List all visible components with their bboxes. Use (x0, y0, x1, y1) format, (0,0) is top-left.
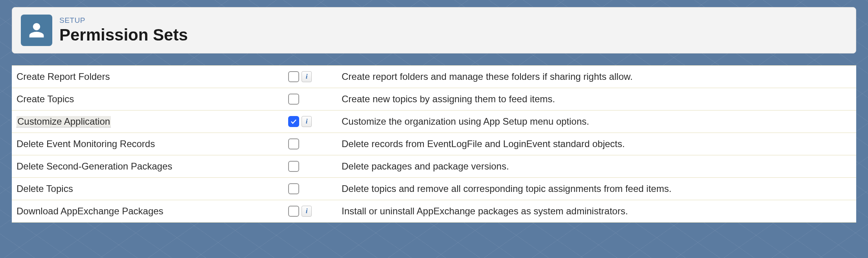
permission-row: Download AppExchange PackagesiInstall or… (12, 200, 856, 223)
setup-header: SETUP Permission Sets (12, 7, 856, 53)
permission-name: Delete Topics (12, 183, 288, 194)
info-icon[interactable]: i (302, 71, 312, 82)
permission-controls: i (288, 206, 324, 217)
permission-checkbox[interactable] (288, 94, 299, 105)
info-icon[interactable]: i (302, 206, 312, 217)
permission-name: Delete Event Monitoring Records (12, 138, 288, 149)
page-title: Permission Sets (59, 26, 188, 44)
permission-name: Customize Application (12, 116, 288, 127)
permission-description: Create report folders and manage these f… (324, 71, 856, 82)
permission-description: Delete topics and remove all correspondi… (324, 183, 856, 194)
permission-row: Delete Event Monitoring RecordsDelete re… (12, 133, 856, 155)
permission-controls: i (288, 71, 324, 82)
header-text: SETUP Permission Sets (59, 16, 188, 44)
permission-row: Create Report FoldersiCreate report fold… (12, 66, 856, 88)
permission-controls (288, 183, 324, 194)
permission-row: Customize ApplicationiCustomize the orga… (12, 111, 856, 133)
permission-name: Create Topics (12, 94, 288, 105)
permission-checkbox[interactable] (288, 183, 299, 194)
permission-row: Delete Second-Generation PackagesDelete … (12, 155, 856, 178)
permission-name: Delete Second-Generation Packages (12, 161, 288, 172)
permission-name: Create Report Folders (12, 71, 288, 82)
permission-checkbox[interactable] (288, 206, 299, 217)
permission-description: Install or uninstall AppExchange package… (324, 206, 856, 217)
permission-description: Customize the organization using App Set… (324, 116, 856, 127)
permission-name: Download AppExchange Packages (12, 206, 288, 217)
permission-controls: i (288, 116, 324, 127)
permission-controls (288, 161, 324, 172)
permission-row: Delete TopicsDelete topics and remove al… (12, 178, 856, 200)
permission-controls (288, 138, 324, 149)
permission-checkbox[interactable] (288, 116, 299, 127)
permission-controls (288, 94, 324, 105)
setup-label: SETUP (59, 16, 188, 25)
permission-description: Create new topics by assigning them to f… (324, 94, 856, 105)
permission-description: Delete packages and package versions. (324, 161, 856, 172)
permission-description: Delete records from EventLogFile and Log… (324, 138, 856, 149)
permission-checkbox[interactable] (288, 161, 299, 172)
info-icon[interactable]: i (302, 116, 312, 127)
permissions-table: Create Report FoldersiCreate report fold… (12, 65, 856, 223)
person-icon (21, 15, 52, 46)
permission-row: Create TopicsCreate new topics by assign… (12, 88, 856, 111)
permission-checkbox[interactable] (288, 71, 299, 82)
permission-checkbox[interactable] (288, 138, 299, 149)
